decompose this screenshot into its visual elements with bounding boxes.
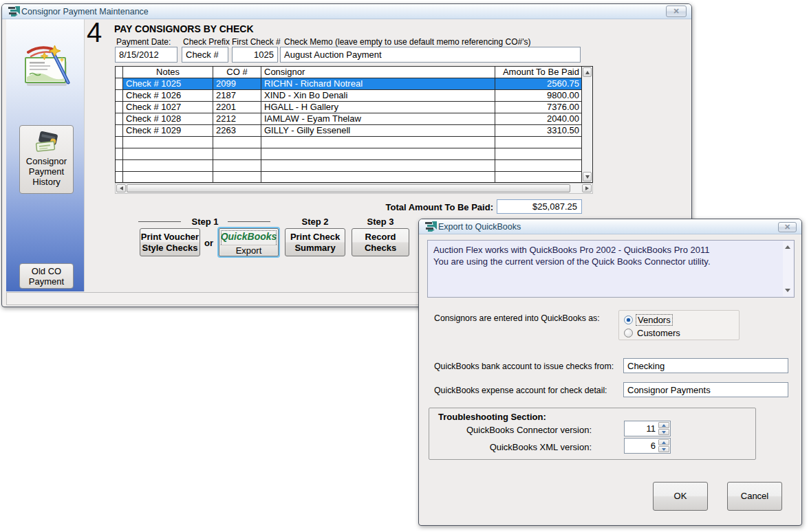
table-row-empty[interactable] (116, 160, 592, 172)
step3-label: Step 3 (352, 217, 409, 227)
close-icon: ✕ (779, 223, 796, 232)
step-number: 4 (87, 19, 102, 45)
first-check-input[interactable]: 1025 (232, 47, 278, 63)
expense-account-input[interactable]: Consignor Payments (623, 382, 788, 397)
check-wand-image (21, 44, 74, 89)
print-check-summary-button[interactable]: Print Check Summary (285, 228, 345, 256)
spin-up-button[interactable] (658, 439, 669, 445)
record-checks-button[interactable]: Record Checks (352, 228, 409, 256)
table-header-row: Notes CO # Consignor Amount To Be Paid (116, 67, 592, 78)
header-co[interactable]: CO # (213, 67, 261, 78)
header-amount[interactable]: Amount To Be Paid (495, 67, 582, 78)
or-label: or (204, 238, 213, 248)
check-memo-label: Check Memo (leave empty to use default m… (284, 37, 530, 47)
spin-up-button[interactable] (658, 422, 669, 428)
checkbook-icon (35, 131, 60, 153)
table-row[interactable]: Check # 1027 2201 HGALL - H Gallery 7376… (116, 102, 592, 113)
dialog-titlebar[interactable]: Export to QuickBooks ✕ (419, 219, 801, 234)
spin-down-button[interactable] (658, 429, 669, 435)
header-consignor[interactable]: Consignor (261, 67, 495, 78)
quickbooks-export-button[interactable]: QuickBooks Export (217, 227, 280, 258)
scroll-up-button[interactable] (583, 67, 592, 77)
customers-radio-row[interactable]: Customers (624, 328, 682, 338)
customers-label: Customers (636, 328, 682, 338)
total-amount-value: $25,087.25 (497, 199, 582, 214)
main-window-title: Consignor Payment Maintenance (21, 7, 149, 16)
memo-scroll-up[interactable] (785, 245, 790, 249)
close-icon: ✕ (667, 7, 686, 16)
table-row-empty[interactable] (116, 148, 592, 160)
header-notes[interactable]: Notes (123, 67, 213, 78)
customers-radio[interactable] (624, 329, 633, 337)
payment-date-label: Payment Date: (116, 37, 171, 47)
old-co-payment-label: Old CO Payment (29, 266, 64, 287)
troubleshooting-title: Troubleshooting Section: (438, 412, 546, 422)
expense-account-label: QuickBooks expense account for check det… (434, 386, 607, 395)
check-memo-input[interactable]: August Auction Payment (280, 47, 581, 63)
print-voucher-button[interactable]: Print Voucher Style Checks (140, 228, 200, 256)
xml-version-spinner[interactable]: 6 (624, 438, 671, 454)
table-row[interactable]: Check # 1026 2187 XIND - Xin Bo Denali 9… (116, 90, 592, 102)
step1-label: Step 1 (174, 217, 236, 227)
payment-date-input[interactable]: 8/15/2012 (115, 47, 177, 63)
consignor-table: Notes CO # Consignor Amount To Be Paid C… (115, 66, 593, 194)
vendors-radio[interactable] (624, 315, 633, 324)
export-word: Export (220, 245, 277, 255)
page-title: PAY CONSIGNORS BY CHECK (114, 23, 254, 34)
scroll-left-button[interactable] (116, 184, 126, 192)
step1-line-right (228, 221, 270, 222)
old-co-payment-button[interactable]: Old CO Payment (19, 263, 74, 289)
vendors-radio-row[interactable]: Vendors (624, 315, 673, 325)
scroll-down-button[interactable] (583, 172, 592, 181)
dialog-icon (425, 221, 437, 232)
total-amount-label: Total Amount To Be Paid: (291, 202, 493, 212)
main-titlebar[interactable]: Consignor Payment Maintenance ✕ (2, 4, 691, 19)
consignor-type-group: Vendors Customers (618, 310, 740, 340)
check-prefix-label: Check Prefix (183, 37, 230, 47)
first-check-label: First Check # (232, 37, 281, 47)
bank-account-label: QuickBooks bank account to issue checks … (434, 362, 614, 371)
scroll-thumb[interactable] (127, 184, 570, 192)
scroll-right-button[interactable] (582, 184, 592, 192)
consignor-payment-history-button[interactable]: Consignor Payment History (19, 125, 74, 194)
app-icon (8, 6, 20, 17)
header-indicator (116, 67, 123, 78)
sidebar: Consignor Payment History Old CO Payment (6, 19, 85, 291)
step2-label: Step 2 (285, 217, 345, 227)
cancel-button[interactable]: Cancel (727, 482, 782, 511)
table-row[interactable]: Check # 1029 2263 GILLY - Gilly Essenell… (116, 125, 592, 137)
check-prefix-input[interactable]: Check # (182, 47, 228, 63)
troubleshooting-section: Troubleshooting Section: QuickBooks Conn… (429, 408, 756, 460)
xml-version-label: QuickBooks XML version: (436, 442, 592, 452)
table-row[interactable]: Check # 1025 2099 RICHN - Richard Notrea… (116, 78, 592, 90)
dialog-close-button[interactable]: ✕ (778, 222, 797, 232)
quickbooks-word: QuickBooks (219, 231, 278, 242)
consignor-payment-history-label: Consignor Payment History (26, 156, 67, 187)
table-row[interactable]: Check # 1028 2212 IAMLAW - Eyam Thelaw 2… (116, 113, 592, 125)
connector-version-spinner[interactable]: 11 (624, 421, 671, 436)
memo-scroll-down[interactable] (785, 289, 790, 292)
consignors-entered-label: Consignors are entered into QuickBooks a… (434, 313, 600, 323)
export-dialog: Export to QuickBooks ✕ Auction Flex work… (418, 219, 802, 526)
vertical-scrollbar[interactable] (581, 67, 592, 182)
spin-down-button[interactable] (658, 446, 669, 452)
horizontal-scrollbar[interactable] (115, 183, 593, 194)
dialog-title: Export to QuickBooks (438, 222, 521, 232)
connector-version-label: QuickBooks Connector version: (436, 425, 592, 435)
ok-button[interactable]: OK (653, 482, 708, 511)
vendors-label: Vendors (636, 314, 673, 326)
quickbooks-info-text: Auction Flex works with QuickBooks Pro 2… (427, 240, 795, 298)
bank-account-input[interactable]: Checking (623, 358, 788, 373)
table-row-empty[interactable] (116, 137, 592, 148)
memo-scrollbar[interactable] (783, 241, 793, 296)
table-row-empty[interactable] (116, 172, 592, 184)
main-close-button[interactable]: ✕ (666, 5, 687, 17)
